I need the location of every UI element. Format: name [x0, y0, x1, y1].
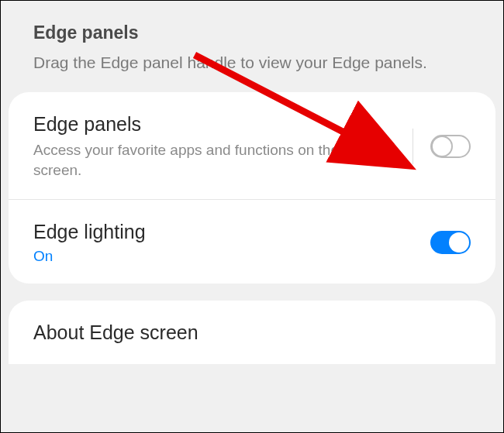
edge-panels-row[interactable]: Edge panels Access your favorite apps an…	[9, 92, 495, 199]
edge-lighting-status: On	[33, 248, 423, 265]
edge-panels-toggle-wrap	[413, 129, 471, 164]
page-header: Edge panels Drag the Edge panel handle t…	[1, 1, 503, 92]
edge-panels-title: Edge panels	[33, 112, 405, 136]
about-title: About Edge screen	[33, 321, 471, 344]
page-title: Edge panels	[33, 22, 471, 43]
about-card[interactable]: About Edge screen	[9, 301, 495, 364]
page-subtitle: Drag the Edge panel handle to view your …	[33, 51, 471, 74]
edge-panels-toggle[interactable]	[430, 135, 471, 158]
edge-lighting-toggle-wrap	[430, 231, 471, 254]
toggle-divider	[413, 129, 413, 164]
edge-lighting-text: Edge lighting On	[33, 220, 430, 265]
edge-panels-text: Edge panels Access your favorite apps an…	[33, 112, 413, 180]
edge-panels-subtitle: Access your favorite apps and functions …	[33, 140, 405, 180]
settings-card: Edge panels Access your favorite apps an…	[9, 92, 495, 283]
edge-lighting-title: Edge lighting	[33, 220, 423, 243]
edge-lighting-row[interactable]: Edge lighting On	[9, 200, 495, 284]
edge-lighting-toggle[interactable]	[430, 231, 471, 254]
